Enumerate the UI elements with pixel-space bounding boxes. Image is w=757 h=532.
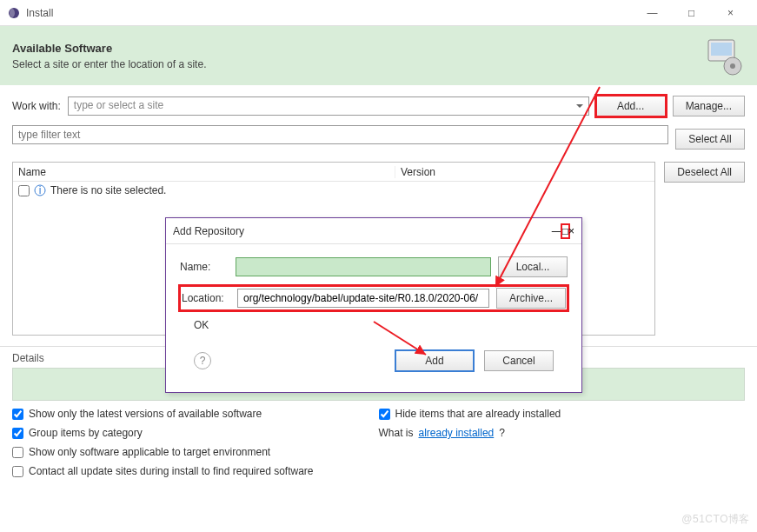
check-show-latest[interactable]: Show only the latest versions of availab… [12, 408, 379, 420]
work-with-combo[interactable]: type or select a site [68, 96, 589, 116]
watermark: @51CTO博客 [681, 512, 750, 527]
add-repository-dialog: Add Repository — □ × Name: Local... Loca… [165, 217, 582, 393]
close-button[interactable]: × [711, 1, 750, 25]
name-input[interactable] [236, 257, 491, 276]
add-site-button[interactable]: Add... [596, 96, 666, 116]
wizard-header: Available Software Select a site or ente… [0, 26, 757, 85]
check-hide[interactable]: Hide items that are already installed [379, 408, 746, 420]
status-ok: OK [180, 319, 568, 331]
help-icon[interactable]: ? [194, 352, 211, 369]
maximize-button[interactable]: □ [672, 1, 711, 25]
tree-header: Name Version [13, 163, 654, 182]
svg-point-5 [730, 63, 735, 69]
titlebar: Install — □ × [0, 0, 757, 26]
check-group[interactable]: Group items by category [12, 427, 379, 439]
svg-point-1 [10, 9, 15, 17]
dialog-maximize[interactable]: □ [562, 225, 568, 237]
location-label: Location: [182, 292, 230, 304]
page-subtitle: Select a site or enter the location of a… [12, 58, 703, 70]
dialog-title: Add Repository [173, 225, 552, 237]
col-version: Version [395, 166, 441, 178]
filter-input[interactable] [12, 125, 668, 144]
dialog-close[interactable]: × [568, 225, 574, 237]
dialog-add-button[interactable]: Add [395, 350, 474, 371]
svg-text:i: i [39, 184, 42, 196]
check-applicable[interactable]: Show only software applicable to target … [12, 446, 379, 458]
already-installed-link[interactable]: already installed [419, 427, 495, 439]
local-button[interactable]: Local... [498, 256, 568, 277]
page-title: Available Software [12, 42, 703, 55]
select-all-button[interactable]: Select All [675, 129, 745, 150]
window-title: Install [26, 7, 633, 19]
row-checkbox[interactable] [18, 185, 30, 196]
install-icon [703, 35, 745, 76]
already-installed-hint: What is already installed? [379, 427, 746, 439]
work-with-label: Work with: [12, 100, 61, 112]
deselect-all-button[interactable]: Deselect All [664, 162, 745, 183]
dialog-cancel-button[interactable]: Cancel [484, 350, 554, 371]
col-name: Name [13, 166, 395, 178]
dialog-minimize[interactable]: — [552, 225, 562, 237]
manage-button[interactable]: Manage... [673, 96, 745, 116]
info-icon: i [34, 184, 46, 196]
eclipse-icon [7, 6, 21, 20]
name-label: Name: [180, 261, 229, 273]
location-input[interactable] [237, 289, 489, 308]
minimize-button[interactable]: — [633, 1, 672, 25]
empty-text: There is no site selected. [50, 184, 166, 196]
check-contact[interactable]: Contact all update sites during install … [12, 465, 379, 477]
tree-empty-row: i There is no site selected. [13, 182, 654, 199]
options-area: Show only the latest versions of availab… [0, 401, 757, 484]
svg-rect-3 [711, 43, 732, 56]
archive-button[interactable]: Archive... [496, 288, 566, 309]
